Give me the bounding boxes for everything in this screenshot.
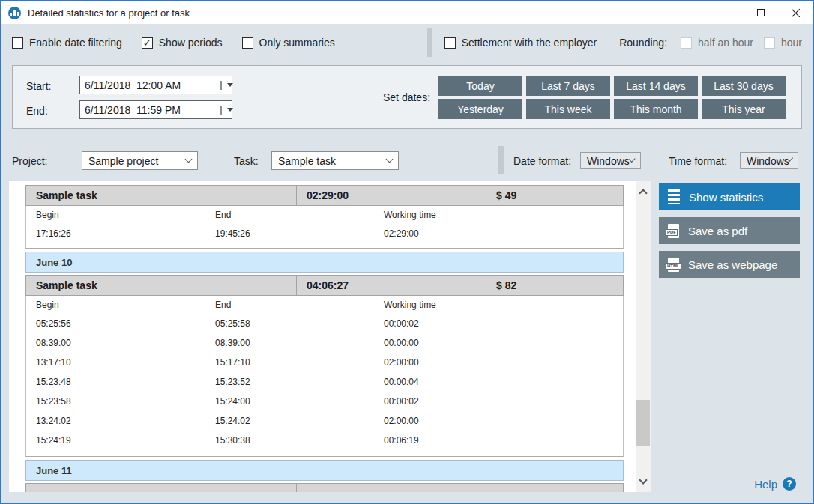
task-label: Task: [234, 155, 259, 167]
maximize-button[interactable] [744, 1, 778, 24]
time-format-value: Windows [747, 155, 789, 167]
report-view: Sample task02:29:00$ 49BeginEndWorking t… [9, 181, 636, 492]
end-date-input[interactable] [79, 100, 232, 119]
preset-button-last-7-days[interactable]: Last 7 days [526, 76, 610, 96]
entry-working-time: 00:06:19 [384, 435, 623, 446]
rounding-label: Rounding: [619, 37, 667, 49]
dropdown-arrow-icon[interactable] [227, 108, 233, 112]
entry-working-time: 02:00:00 [384, 357, 623, 368]
scroll-up-icon[interactable] [639, 189, 647, 197]
rounding-options-group: half an hourhour [681, 37, 802, 49]
entry-begin: 05:25:56 [36, 318, 215, 329]
entry-working-time: 02:00:00 [384, 416, 623, 426]
dropdown-arrow-icon[interactable] [227, 83, 233, 87]
task-entries: BeginEndWorking time17:16:2619:45:2602:2… [25, 206, 624, 249]
time-format-label: Time format: [669, 155, 727, 167]
minimize-button[interactable] [709, 1, 744, 24]
task-selected-value: Sample task [278, 155, 336, 167]
entry-row: 15:23:5815:24:0000:00:02 [36, 392, 623, 411]
action-sidebar: Show statisticsSave as pdfSave as webpag… [659, 183, 800, 285]
preset-button-this-month[interactable]: This month [614, 99, 698, 119]
entry-begin: 17:16:26 [36, 228, 215, 239]
project-selected-value: Sample project [88, 155, 158, 167]
preset-button-yesterday[interactable]: Yesterday [438, 99, 522, 119]
project-label: Project: [12, 155, 47, 167]
checkbox-only-summaries[interactable]: Only summaries [242, 37, 335, 49]
entry-end: 05:25:58 [215, 318, 384, 329]
checkbox-enable-date-filtering[interactable]: Enable date filtering [12, 37, 122, 49]
calendar-icon[interactable] [220, 106, 222, 115]
entry-end: 15:17:10 [215, 357, 384, 368]
checkbox-box [681, 37, 692, 49]
end-label: End: [26, 105, 48, 117]
checkbox-show-periods[interactable]: Show periods [142, 37, 223, 49]
calendar-icon[interactable] [220, 81, 222, 90]
window-title: Detailed statistics for a project or tas… [28, 7, 190, 19]
start-label: Start: [26, 80, 51, 92]
checkbox-half-an-hour[interactable]: half an hour [681, 37, 753, 49]
column-label-working-time: Working time [384, 300, 623, 310]
date-format-select[interactable]: Windows [580, 152, 641, 169]
entry-end: 08:39:00 [215, 338, 384, 348]
preset-button-this-week[interactable]: This week [526, 99, 610, 119]
entry-end: 15:30:38 [215, 435, 384, 446]
toolbar-separator [427, 28, 432, 57]
filter-row: Project: Sample project Task: Sample tas… [1, 148, 813, 174]
project-select[interactable]: Sample project [82, 151, 198, 170]
day-separator-row: June 10 [25, 252, 624, 273]
task-summary-row [25, 483, 624, 492]
entry-row: 15:23:4815:23:5200:00:04 [36, 372, 623, 392]
date-range-panel: Start: End: Set dates: TodayLast 7 daysL… [12, 65, 802, 129]
column-label-end: End [215, 210, 384, 220]
checkbox-hour[interactable]: hour [764, 37, 802, 49]
task-amount-cell [486, 484, 624, 492]
checkbox-box [242, 37, 253, 49]
statistics-list-icon [668, 189, 680, 204]
preset-button-this-year[interactable]: This year [702, 99, 786, 119]
entry-working-time: 00:00:02 [384, 396, 623, 407]
vertical-scrollbar[interactable] [636, 181, 651, 492]
help-label: Help [754, 478, 777, 491]
column-label-working-time: Working time [384, 210, 623, 220]
task-duration-cell: 02:29:00 [296, 186, 486, 205]
task-title-cell: Sample task [26, 276, 296, 295]
entry-row: 05:25:5605:25:5800:00:02 [36, 314, 623, 333]
time-format-select[interactable]: Windows [740, 152, 798, 169]
entry-working-time: 00:00:00 [384, 338, 623, 348]
checkbox-box [444, 37, 456, 49]
save-as-webpage-button[interactable]: Save as webpage [659, 251, 800, 278]
scroll-down-icon[interactable] [639, 476, 647, 484]
minimize-icon [723, 13, 731, 13]
entry-working-time: 00:00:02 [384, 318, 623, 329]
settlement-checkbox[interactable]: Settlement with the employer [444, 37, 597, 49]
entry-working-time: 02:29:00 [384, 228, 623, 239]
checkbox-label: Enable date filtering [29, 37, 122, 49]
preset-button-last-30-days[interactable]: Last 30 days [702, 76, 786, 96]
preset-button-last-14-days[interactable]: Last 14 days [614, 76, 698, 96]
task-entries: BeginEndWorking time05:25:5605:25:5800:0… [25, 296, 624, 457]
html-file-icon [668, 258, 679, 272]
help-link[interactable]: Help ? [754, 477, 796, 491]
column-label-begin: Begin [36, 300, 215, 310]
statistics-chart-icon [8, 7, 21, 19]
preset-button-today[interactable]: Today [438, 76, 522, 96]
checkbox-label: hour [781, 37, 802, 49]
task-summary-row: Sample task04:06:27$ 82 [25, 275, 624, 296]
scrollbar-thumb[interactable] [636, 400, 650, 446]
save-as-pdf-button[interactable]: Save as pdf [659, 217, 800, 244]
end-date-value[interactable] [85, 104, 220, 116]
pdf-file-icon [668, 224, 679, 238]
close-button[interactable] [778, 1, 813, 24]
task-select[interactable]: Sample task [271, 151, 399, 170]
entry-begin: 08:39:00 [36, 338, 215, 348]
checkbox-label: half an hour [698, 37, 753, 49]
show-statistics-button[interactable]: Show statistics [659, 183, 800, 210]
column-label-end: End [215, 300, 384, 310]
start-date-input[interactable] [79, 76, 232, 94]
close-icon [791, 8, 801, 18]
detailed-statistics-window: Detailed statistics for a project or tas… [0, 0, 814, 504]
task-summary-row: Sample task02:29:00$ 49 [25, 185, 624, 206]
maximize-icon [757, 9, 765, 16]
help-question-icon: ? [783, 477, 796, 491]
start-date-value[interactable] [85, 79, 220, 91]
